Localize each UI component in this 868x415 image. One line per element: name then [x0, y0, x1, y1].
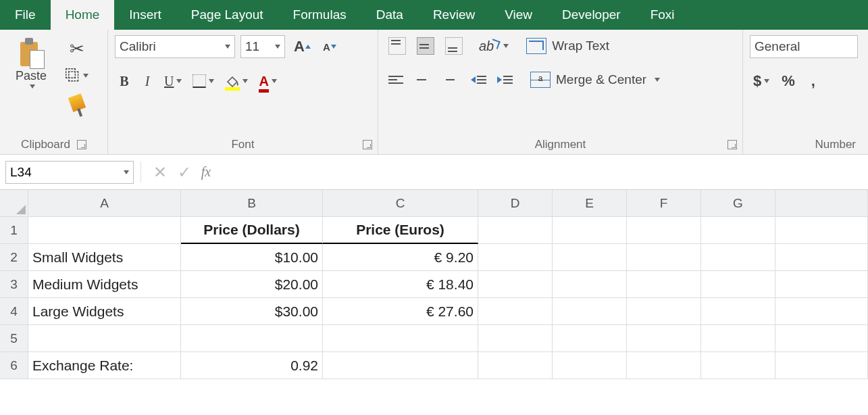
tab-home[interactable]: Home [51, 0, 115, 30]
cell-blank5[interactable] [775, 325, 868, 352]
number-format-combo[interactable]: General [750, 35, 858, 58]
underline-button[interactable]: U [161, 70, 185, 92]
paste-button[interactable]: Paste [7, 35, 55, 89]
cell-blank3[interactable] [775, 271, 868, 298]
cell-d3[interactable] [478, 271, 553, 298]
name-box[interactable]: L34 [5, 161, 134, 184]
cell-blank4[interactable] [775, 298, 868, 325]
formula-enter-button[interactable]: ✓ [172, 163, 197, 182]
row-header-5[interactable]: 5 [0, 325, 28, 352]
copy-button[interactable]: ⿻ [62, 65, 92, 87]
cell-g6[interactable] [701, 352, 775, 379]
row-header-1[interactable]: 1 [0, 217, 28, 244]
font-dialog-launcher[interactable] [363, 140, 372, 149]
cell-g3[interactable] [701, 271, 775, 298]
decrease-font-size-button[interactable]: A [320, 36, 340, 57]
cell-b2[interactable]: $10.00 [181, 244, 323, 271]
align-center-button[interactable] [411, 69, 432, 91]
col-header-f[interactable]: F [627, 190, 701, 217]
italic-button[interactable]: I [138, 70, 157, 92]
cell-g1[interactable] [701, 217, 775, 244]
formula-cancel-button[interactable]: ✕ [148, 163, 172, 182]
align-right-button[interactable] [436, 69, 458, 91]
increase-font-size-button[interactable]: A [290, 36, 314, 57]
cell-b5[interactable] [181, 325, 323, 352]
font-color-button[interactable]: A [255, 70, 280, 92]
cell-b1[interactable]: Price (Dollars) [181, 217, 323, 244]
cell-blank2[interactable] [775, 244, 868, 271]
col-header-b[interactable]: B [181, 190, 323, 217]
cell-c3[interactable]: € 18.40 [323, 271, 478, 298]
percent-format-button[interactable]: % [778, 70, 798, 92]
cell-g5[interactable] [701, 325, 775, 352]
cell-c6[interactable] [323, 352, 478, 379]
cell-a2[interactable]: Small Widgets [28, 244, 181, 271]
cell-g4[interactable] [701, 298, 775, 325]
cell-blank1[interactable] [775, 217, 868, 244]
cell-f2[interactable] [627, 244, 701, 271]
cell-f1[interactable] [627, 217, 701, 244]
row-header-4[interactable]: 4 [0, 298, 28, 325]
cell-b3[interactable]: $20.00 [181, 271, 323, 298]
cell-e1[interactable] [553, 217, 627, 244]
cell-e4[interactable] [553, 298, 627, 325]
col-header-c[interactable]: C [323, 190, 478, 217]
insert-function-button[interactable]: fx [197, 162, 215, 183]
cut-button[interactable]: ✂ [62, 38, 92, 59]
align-left-button[interactable] [385, 69, 407, 91]
tab-developer[interactable]: Developer [547, 0, 636, 30]
cell-b6[interactable]: 0.92 [181, 352, 323, 379]
font-size-combo[interactable]: 11 [240, 35, 285, 58]
align-middle-button[interactable] [413, 35, 438, 57]
borders-button[interactable] [189, 70, 218, 92]
align-top-button[interactable] [385, 35, 409, 57]
clipboard-dialog-launcher[interactable] [77, 140, 86, 149]
col-header-d[interactable]: D [478, 190, 553, 217]
cell-e5[interactable] [553, 325, 627, 352]
cell-a1[interactable] [28, 217, 181, 244]
cell-c5[interactable] [323, 325, 478, 352]
tab-data[interactable]: Data [361, 0, 418, 30]
tab-view[interactable]: View [490, 0, 547, 30]
col-header-blank[interactable] [775, 190, 868, 217]
wrap-text-button[interactable]: Wrap Text [521, 35, 614, 57]
col-header-a[interactable]: A [28, 190, 181, 217]
formula-input[interactable] [215, 155, 868, 189]
cell-e6[interactable] [553, 352, 627, 379]
cell-a4[interactable]: Large Widgets [28, 298, 181, 325]
cell-c2[interactable]: € 9.20 [323, 244, 478, 271]
font-name-combo[interactable]: Calibri [115, 35, 235, 58]
fill-color-button[interactable] [222, 70, 251, 92]
cell-c1[interactable]: Price (Euros) [323, 217, 478, 244]
align-bottom-button[interactable] [442, 35, 466, 57]
cell-f6[interactable] [627, 352, 701, 379]
row-header-2[interactable]: 2 [0, 244, 28, 271]
cell-a6[interactable]: Exchange Rate: [28, 352, 181, 379]
cell-e2[interactable] [553, 244, 627, 271]
tab-file[interactable]: File [0, 0, 51, 30]
cell-b4[interactable]: $30.00 [181, 298, 323, 325]
format-painter-button[interactable] [62, 92, 92, 114]
tab-formulas[interactable]: Formulas [278, 0, 361, 30]
cell-f4[interactable] [627, 298, 701, 325]
tab-insert[interactable]: Insert [114, 0, 176, 30]
cell-a3[interactable]: Medium Widgets [28, 271, 181, 298]
cell-d4[interactable] [478, 298, 553, 325]
cell-blank6[interactable] [775, 352, 868, 379]
row-header-6[interactable]: 6 [0, 352, 28, 379]
cell-f5[interactable] [627, 325, 701, 352]
accounting-format-button[interactable]: $ [750, 70, 773, 92]
row-header-3[interactable]: 3 [0, 271, 28, 298]
cell-f3[interactable] [627, 271, 701, 298]
orientation-button[interactable]: ab [476, 35, 512, 57]
cell-a5[interactable] [28, 325, 181, 352]
bold-button[interactable]: B [115, 70, 134, 92]
merge-center-button[interactable]: Merge & Center [526, 69, 665, 91]
tab-page-layout[interactable]: Page Layout [176, 0, 278, 30]
cell-c4[interactable]: € 27.60 [323, 298, 478, 325]
col-header-g[interactable]: G [701, 190, 775, 217]
cell-d1[interactable] [478, 217, 553, 244]
comma-format-button[interactable]: , [804, 70, 823, 92]
decrease-indent-button[interactable] [467, 69, 490, 91]
cell-d6[interactable] [478, 352, 553, 379]
